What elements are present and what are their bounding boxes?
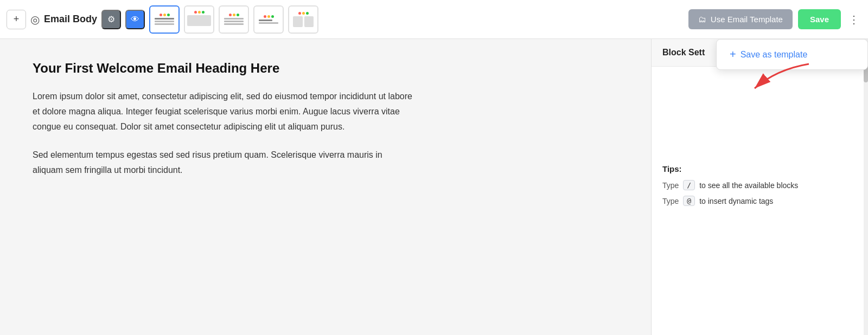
window-dots (264, 15, 274, 18)
line2 (224, 21, 244, 22)
email-paragraph-2: Sed elementum tempus egestas sed sed ris… (33, 147, 412, 178)
dot-green (306, 12, 309, 15)
line1 (155, 18, 174, 20)
window-dots (194, 11, 205, 14)
tip-code-at: @ (683, 196, 695, 206)
plus-icon: + (14, 14, 20, 25)
dot-red (194, 11, 197, 14)
dot-yellow (233, 14, 235, 16)
preview-button[interactable]: 👁 (125, 10, 145, 29)
target-icon: ◎ (30, 13, 40, 26)
toolbar-left: + ◎ Email Body ⚙ 👁 (7, 5, 684, 34)
window-dots (298, 12, 309, 15)
sidebar-header-title: Block Sett (662, 48, 705, 57)
toolbar-right: 🗂 Use Email Template Save ⋮ (688, 9, 861, 29)
save-button[interactable]: Save (798, 9, 841, 29)
save-as-template-label: Save as template (741, 50, 808, 60)
dot-green (202, 11, 205, 14)
tip-type-2: Type (662, 197, 679, 205)
dot-yellow (267, 15, 270, 18)
line2 (155, 21, 174, 22)
dot-yellow (163, 14, 166, 16)
view-mode-text2[interactable] (219, 5, 249, 34)
view-mode-code-img[interactable] (288, 5, 318, 34)
save-as-template-dropdown: + Save as template (716, 39, 868, 70)
tips-label: Tips: (662, 164, 857, 173)
dot-red (159, 14, 162, 16)
window-dots (229, 14, 239, 16)
toolbar: + ◎ Email Body ⚙ 👁 (0, 0, 868, 39)
line3 (224, 23, 244, 25)
view-mode-image[interactable] (184, 5, 214, 34)
dot-green (167, 14, 170, 16)
tip-text-2: to insert dynamic tags (699, 197, 773, 205)
annotation-arrow (733, 59, 820, 102)
dot-green (237, 14, 239, 16)
text-lines (152, 18, 176, 25)
image-placeholder (187, 15, 211, 26)
right-sidebar: Block Sett + Save as template Tips: (651, 39, 868, 335)
use-template-label: Use Email Template (711, 15, 783, 24)
code-img-layout (291, 16, 315, 27)
use-email-template-button[interactable]: 🗂 Use Email Template (688, 9, 793, 29)
tip-code-slash: / (683, 180, 695, 190)
view-mode-note[interactable] (253, 5, 284, 34)
img-block (304, 16, 314, 27)
sidebar-scrollbar[interactable] (864, 39, 868, 335)
sidebar-tips: Tips: Type / to see all the available bl… (652, 153, 868, 222)
line3 (155, 23, 174, 25)
email-heading: Your First Welcome Email Heading Here (33, 61, 412, 76)
more-options-button[interactable]: ⋮ (846, 11, 861, 28)
email-paragraph-1: Lorem ipsum dolor sit amet, consectetur … (33, 89, 412, 134)
dot-red (298, 12, 301, 15)
more-icon: ⋮ (848, 14, 859, 25)
add-button[interactable]: + (7, 10, 26, 29)
tip-row-slash: Type / to see all the available blocks (662, 180, 857, 190)
email-body: Your First Welcome Email Heading Here Lo… (33, 61, 412, 178)
tip-text-1: to see all the available blocks (699, 181, 798, 190)
template-icon: 🗂 (698, 15, 706, 24)
email-content-area: Your First Welcome Email Heading Here Lo… (0, 39, 651, 335)
line1 (259, 20, 272, 21)
window-dots (159, 14, 170, 16)
text-lines (257, 20, 280, 24)
tip-row-at: Type @ to insert dynamic tags (662, 196, 857, 206)
dot-red (229, 14, 232, 16)
eye-icon: 👁 (131, 15, 139, 24)
dot-red (264, 15, 266, 18)
line2 (259, 22, 278, 24)
page-title: Email Body (44, 14, 97, 25)
dot-yellow (302, 12, 305, 15)
code-block (293, 16, 303, 27)
dot-green (271, 15, 274, 18)
line1 (224, 18, 244, 20)
main-content: Your First Welcome Email Heading Here Lo… (0, 39, 868, 335)
text-lines (222, 18, 246, 25)
settings-button[interactable]: ⚙ (101, 10, 121, 29)
tip-type-1: Type (662, 181, 679, 190)
view-mode-text[interactable] (149, 5, 180, 34)
dot-yellow (198, 11, 201, 14)
gear-icon: ⚙ (107, 14, 115, 24)
